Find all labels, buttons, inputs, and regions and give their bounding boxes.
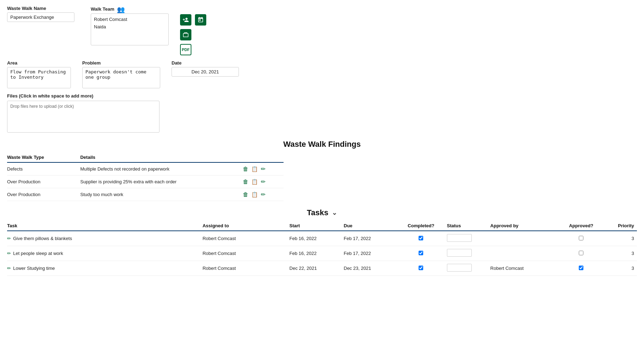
task-due-0: Feb 17, 2022 [344, 231, 398, 246]
task-edit-icon-0[interactable]: ✏ [7, 236, 11, 241]
task-approvedby-2: Robert Comcast [490, 261, 561, 276]
team-member-1: Robert Comcast [94, 16, 166, 23]
task-due-1: Feb 17, 2022 [344, 246, 398, 261]
date-input[interactable] [172, 67, 239, 77]
findings-col-actions [243, 153, 284, 162]
task-row: ✏Let people sleep at work Robert Comcast… [7, 246, 637, 261]
findings-col-details: Details [80, 153, 243, 162]
task-start-1: Feb 16, 2022 [290, 246, 344, 261]
area-input[interactable] [7, 67, 71, 88]
files-placeholder: Drop files here to upload (or click) [10, 104, 74, 109]
findings-section-title: Waste Walk Findings [7, 140, 637, 149]
findings-table: Waste Walk Type Details Defects Multiple… [7, 153, 284, 201]
tasks-col-approved: Approved? [561, 222, 604, 231]
findings-details-0: Multiple Defects not recorded on paperwo… [80, 162, 243, 176]
task-start-0: Feb 16, 2022 [290, 231, 344, 246]
findings-edit-2[interactable]: ✏ [261, 191, 265, 198]
task-approvedby-1 [490, 246, 561, 261]
tasks-col-status: Status [447, 222, 491, 231]
findings-delete-1[interactable]: 🗑 [243, 179, 248, 185]
task-priority-1: 3 [604, 246, 637, 261]
waste-walk-name-label: Waste Walk Name [7, 6, 74, 11]
task-approved-1[interactable] [579, 251, 583, 255]
walk-team-label: Walk Team [91, 6, 114, 12]
files-drop-zone[interactable]: Drop files here to upload (or click) [7, 101, 159, 133]
task-status-box-0[interactable] [447, 234, 472, 242]
task-status-box-2[interactable] [447, 264, 472, 272]
team-icon: 👥 [117, 6, 125, 13]
task-completed-0[interactable] [419, 236, 423, 240]
findings-edit-0[interactable]: ✏ [261, 166, 265, 172]
task-name-1: ✏Let people sleep at work [7, 246, 202, 261]
findings-copy-2[interactable]: 📋 [251, 191, 258, 198]
calendar-button[interactable] [195, 14, 206, 26]
task-due-2: Dec 23, 2021 [344, 261, 398, 276]
tasks-col-assigned: Assigned to [202, 222, 289, 231]
tasks-table: Task Assigned to Start Due Completed? St… [7, 222, 637, 276]
pdf-label: PDF [182, 48, 190, 52]
task-approved-0[interactable] [579, 236, 583, 240]
findings-copy-0[interactable]: 📋 [251, 166, 258, 172]
add-person-button[interactable] [180, 14, 191, 26]
findings-type-2: Over Production [7, 188, 80, 201]
findings-row: Over Production Study too much work 🗑 📋 … [7, 188, 284, 201]
team-member-2: Naida [94, 23, 166, 31]
tasks-col-completed: Completed? [398, 222, 447, 231]
task-approved-2[interactable] [579, 266, 583, 270]
waste-walk-name-input[interactable] [7, 12, 74, 22]
task-start-2: Dec 22, 2021 [290, 261, 344, 276]
task-row: ✏Lower Studying time Robert Comcast Dec … [7, 261, 637, 276]
task-assigned-0: Robert Comcast [202, 231, 289, 246]
tasks-chevron-icon[interactable]: ⌄ [332, 209, 337, 217]
files-label: Files (Click in white space to add more) [7, 93, 637, 99]
task-approvedby-0 [490, 231, 561, 246]
problem-label: Problem [82, 60, 160, 66]
tasks-col-due: Due [344, 222, 398, 231]
task-priority-0: 3 [604, 231, 637, 246]
findings-delete-2[interactable]: 🗑 [243, 191, 248, 198]
walk-team-box[interactable]: Robert Comcast Naida [91, 13, 169, 45]
task-edit-icon-2[interactable]: ✏ [7, 266, 11, 271]
tasks-col-approved-by: Approved by [490, 222, 561, 231]
findings-row: Defects Multiple Defects not recorded on… [7, 162, 284, 176]
findings-row: Over Production Supplier is providing 25… [7, 176, 284, 188]
date-label: Date [172, 60, 239, 66]
tasks-section-title: Tasks [307, 208, 329, 217]
task-name-0: ✏Give them pillows & blankets [7, 231, 202, 246]
task-name-2: ✏Lower Studying time [7, 261, 202, 276]
findings-type-0: Defects [7, 162, 80, 176]
pdf-button[interactable]: PDF [180, 44, 191, 55]
findings-edit-1[interactable]: ✏ [261, 178, 265, 185]
findings-col-type: Waste Walk Type [7, 153, 80, 162]
task-assigned-1: Robert Comcast [202, 246, 289, 261]
tasks-col-priority: Priority [604, 222, 637, 231]
task-row: ✏Give them pillows & blankets Robert Com… [7, 231, 637, 246]
task-completed-1[interactable] [419, 251, 423, 255]
tasks-col-start: Start [290, 222, 344, 231]
task-priority-2: 3 [604, 261, 637, 276]
findings-details-1: Supplier is providing 25% extra with eac… [80, 176, 243, 188]
briefcase-button[interactable] [180, 29, 191, 40]
area-label: Area [7, 60, 71, 66]
tasks-col-task: Task [7, 222, 202, 231]
task-assigned-2: Robert Comcast [202, 261, 289, 276]
problem-input[interactable] [82, 67, 160, 88]
task-completed-2[interactable] [419, 266, 423, 270]
task-status-box-1[interactable] [447, 249, 472, 257]
task-edit-icon-1[interactable]: ✏ [7, 251, 11, 256]
findings-delete-0[interactable]: 🗑 [243, 166, 248, 172]
findings-copy-1[interactable]: 📋 [251, 179, 258, 185]
findings-type-1: Over Production [7, 176, 80, 188]
findings-details-2: Study too much work [80, 188, 243, 201]
